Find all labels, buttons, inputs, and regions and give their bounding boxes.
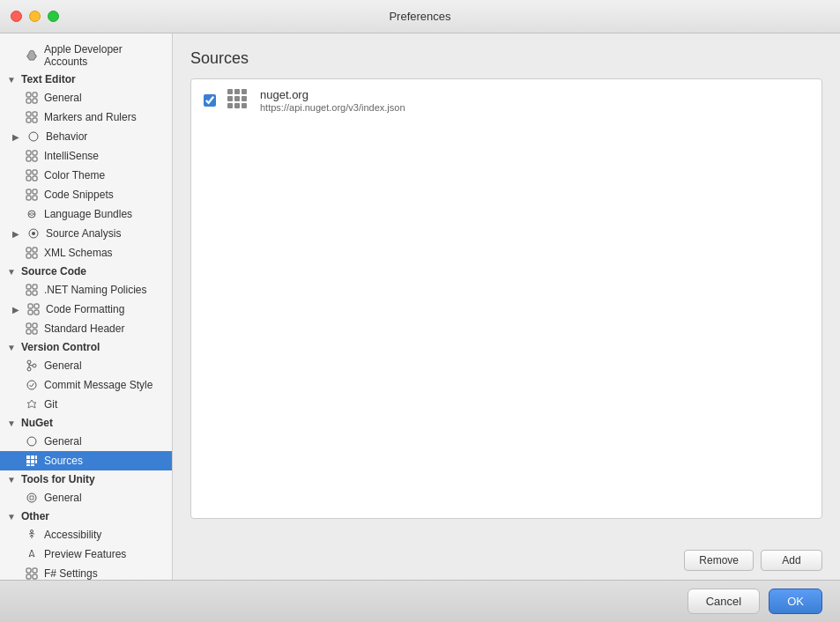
svg-rect-71 — [242, 96, 247, 101]
text-editor-label: Text Editor — [21, 73, 76, 85]
behavior-icon — [26, 130, 41, 144]
sidebar-item-source-analysis[interactable]: ▶ Source Analysis — [0, 224, 172, 243]
sidebar-section-nuget[interactable]: ▼ NuGet — [0, 414, 172, 432]
sidebar-item-commit-message[interactable]: Commit Message Style — [0, 375, 172, 395]
sidebar-item-standard-header[interactable]: Standard Header — [0, 319, 172, 338]
sidebar-item-color-theme[interactable]: Color Theme — [0, 166, 172, 185]
svg-rect-7 — [33, 118, 37, 122]
svg-rect-18 — [33, 189, 37, 194]
markers-label: Markers and Rulers — [44, 111, 137, 123]
language-bundles-icon — [25, 207, 39, 221]
general-label: General — [44, 92, 82, 104]
sidebar-section-tools-unity[interactable]: ▼ Tools for Unity — [0, 470, 172, 488]
markers-icon — [25, 110, 39, 124]
svg-rect-32 — [28, 304, 33, 308]
svg-rect-20 — [33, 196, 37, 200]
sidebar-section-text-editor[interactable]: ▼ Text Editor — [0, 70, 172, 88]
svg-point-42 — [33, 364, 36, 367]
sidebar-item-markers-rulers[interactable]: Markers and Rulers — [0, 107, 172, 127]
sidebar-item-intellisense[interactable]: IntelliSense — [0, 146, 172, 166]
source-name: nuget.org — [260, 88, 405, 101]
sidebar-item-general[interactable]: General — [0, 88, 172, 107]
sidebar-item-sources[interactable]: Sources — [0, 451, 172, 470]
sidebar-section-other[interactable]: ▼ Other — [0, 507, 172, 525]
svg-rect-38 — [26, 330, 31, 334]
window-controls — [11, 11, 59, 22]
svg-rect-13 — [26, 170, 31, 174]
source-checkbox-nuget-org[interactable] — [204, 94, 216, 107]
ok-button[interactable]: OK — [769, 589, 822, 614]
svg-rect-1 — [33, 93, 37, 97]
sidebar-item-preview-features[interactable]: Preview Features — [0, 544, 172, 564]
content-title: Sources — [190, 49, 822, 68]
sidebar-item-net-naming[interactable]: .NET Naming Policies — [0, 280, 172, 300]
source-url: https://api.nuget.org/v3/index.json — [260, 102, 405, 113]
sidebar-item-code-formatting[interactable]: ▶ Code Formatting — [0, 300, 172, 319]
preview-features-icon — [25, 547, 39, 561]
color-theme-label: Color Theme — [44, 169, 105, 181]
svg-rect-16 — [33, 176, 37, 181]
minimize-button[interactable] — [29, 11, 41, 22]
svg-rect-74 — [242, 103, 247, 108]
content-area: Sources — [173, 33, 840, 580]
svg-rect-28 — [26, 285, 31, 289]
sidebar-item-unity-general[interactable]: General — [0, 488, 172, 507]
maximize-button[interactable] — [48, 11, 59, 22]
svg-rect-31 — [33, 291, 37, 295]
other-arrow: ▼ — [7, 512, 19, 522]
svg-rect-55 — [26, 568, 31, 573]
sidebar-item-vc-general[interactable]: General — [0, 356, 172, 375]
sidebar-item-fsharp-settings[interactable]: F# Settings — [0, 564, 172, 580]
svg-rect-2 — [26, 99, 31, 103]
svg-rect-33 — [34, 304, 39, 308]
close-button[interactable] — [11, 11, 22, 22]
nuget-general-icon — [25, 434, 39, 448]
svg-rect-39 — [33, 330, 37, 334]
svg-rect-68 — [242, 89, 247, 94]
sidebar-item-language-bundles[interactable]: Language Bundles — [0, 204, 172, 224]
svg-rect-17 — [26, 189, 31, 194]
svg-point-41 — [27, 367, 31, 371]
sidebar-item-accessibility[interactable]: Accessibility — [0, 525, 172, 544]
add-button[interactable]: Add — [761, 550, 822, 571]
fsharp-label: F# Settings — [44, 567, 98, 580]
sources-icon — [25, 454, 39, 468]
sidebar-item-code-snippets[interactable]: Code Snippets — [0, 185, 172, 204]
svg-rect-66 — [227, 89, 233, 94]
svg-point-8 — [29, 132, 38, 141]
svg-point-43 — [27, 381, 36, 389]
code-snippets-label: Code Snippets — [44, 189, 114, 201]
sidebar-item-apple-developer[interactable]: Apple Developer Accounts — [0, 41, 172, 70]
svg-rect-35 — [34, 310, 39, 315]
remove-button[interactable]: Remove — [684, 550, 754, 571]
source-code-arrow: ▼ — [7, 267, 19, 277]
accessibility-icon — [25, 528, 39, 542]
svg-rect-52 — [31, 464, 34, 466]
sidebar-section-version-control[interactable]: ▼ Version Control — [0, 338, 172, 356]
standard-header-icon — [25, 322, 39, 336]
sidebar-item-git[interactable]: Git — [0, 395, 172, 414]
svg-rect-11 — [26, 157, 31, 161]
sidebar-item-behavior[interactable]: ▶ Behavior — [0, 127, 172, 146]
svg-rect-49 — [31, 460, 34, 463]
source-analysis-icon — [26, 226, 41, 241]
dialog-footer: Cancel OK — [0, 580, 840, 622]
sidebar-section-source-code[interactable]: ▼ Source Code — [0, 263, 172, 280]
vc-general-label: General — [44, 359, 82, 372]
behavior-label: Behavior — [46, 130, 87, 143]
cancel-button[interactable]: Cancel — [688, 589, 760, 614]
color-theme-icon — [25, 168, 39, 182]
svg-rect-36 — [26, 323, 31, 328]
sidebar-item-nuget-general[interactable]: General — [0, 432, 172, 451]
xml-schemas-icon — [25, 246, 39, 260]
sidebar: Apple Developer Accounts ▼ Text Editor G… — [0, 33, 173, 580]
code-snippets-icon — [25, 188, 39, 202]
code-formatting-icon — [26, 302, 41, 316]
git-label: Git — [44, 398, 57, 411]
svg-rect-29 — [33, 285, 37, 289]
sidebar-item-xml-schemas[interactable]: XML Schemas — [0, 243, 172, 263]
content-footer: Remove Add — [173, 541, 840, 580]
svg-rect-69 — [227, 96, 233, 101]
tools-unity-arrow: ▼ — [7, 475, 19, 485]
preview-features-label: Preview Features — [44, 548, 126, 560]
